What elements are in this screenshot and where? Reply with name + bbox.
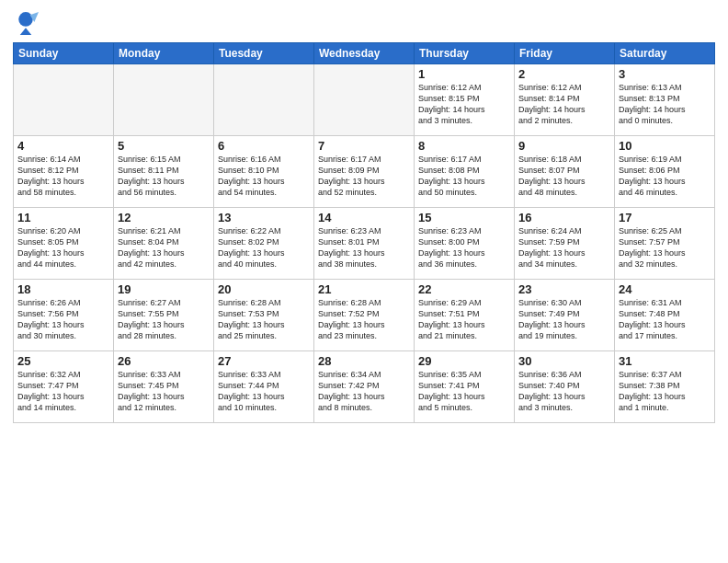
week-row-1: 4Sunrise: 6:14 AM Sunset: 8:12 PM Daylig… [14,136,715,208]
day-cell-29: 29Sunrise: 6:35 AM Sunset: 7:41 PM Dayli… [415,351,515,423]
day-info: Sunrise: 6:33 AM Sunset: 7:45 PM Dayligh… [118,369,210,414]
date-number: 26 [118,354,210,368]
day-cell-24: 24Sunrise: 6:31 AM Sunset: 7:48 PM Dayli… [615,280,715,351]
day-info: Sunrise: 6:28 AM Sunset: 7:52 PM Dayligh… [318,297,410,342]
day-info: Sunrise: 6:12 AM Sunset: 8:14 PM Dayligh… [518,82,610,127]
date-number: 20 [218,282,310,296]
day-cell-2: 2Sunrise: 6:12 AM Sunset: 8:14 PM Daylig… [515,64,615,136]
day-info: Sunrise: 6:16 AM Sunset: 8:10 PM Dayligh… [218,154,310,199]
date-number: 14 [318,211,410,224]
date-number: 30 [518,354,610,368]
date-number: 2 [518,67,610,81]
date-number: 16 [518,211,610,224]
day-info: Sunrise: 6:27 AM Sunset: 7:55 PM Dayligh… [118,297,210,342]
day-info: Sunrise: 6:33 AM Sunset: 7:44 PM Dayligh… [218,369,310,414]
day-cell-26: 26Sunrise: 6:33 AM Sunset: 7:45 PM Dayli… [114,351,214,423]
calendar-header-row: SundayMondayTuesdayWednesdayThursdayFrid… [14,43,715,64]
col-header-saturday: Saturday [615,43,715,64]
date-number: 28 [318,354,410,368]
day-info: Sunrise: 6:19 AM Sunset: 8:06 PM Dayligh… [619,154,711,199]
col-header-wednesday: Wednesday [314,43,415,64]
empty-cell [214,64,314,136]
col-header-sunday: Sunday [14,43,114,64]
day-cell-31: 31Sunrise: 6:37 AM Sunset: 7:38 PM Dayli… [615,351,715,423]
day-info: Sunrise: 6:24 AM Sunset: 7:59 PM Dayligh… [518,225,610,270]
date-number: 8 [418,139,510,153]
date-number: 22 [418,282,510,296]
date-number: 18 [17,282,109,296]
col-header-friday: Friday [515,43,615,64]
day-cell-13: 13Sunrise: 6:22 AM Sunset: 8:02 PM Dayli… [214,208,314,280]
day-info: Sunrise: 6:37 AM Sunset: 7:38 PM Dayligh… [619,369,711,414]
day-info: Sunrise: 6:17 AM Sunset: 8:08 PM Dayligh… [418,154,510,199]
day-info: Sunrise: 6:35 AM Sunset: 7:41 PM Dayligh… [418,369,510,414]
day-cell-21: 21Sunrise: 6:28 AM Sunset: 7:52 PM Dayli… [314,280,415,351]
day-info: Sunrise: 6:23 AM Sunset: 8:01 PM Dayligh… [318,225,410,270]
day-cell-28: 28Sunrise: 6:34 AM Sunset: 7:42 PM Dayli… [314,351,415,423]
date-number: 23 [518,282,610,296]
col-header-monday: Monday [114,43,214,64]
date-number: 19 [118,282,210,296]
day-info: Sunrise: 6:20 AM Sunset: 8:05 PM Dayligh… [17,225,109,270]
day-cell-25: 25Sunrise: 6:32 AM Sunset: 7:47 PM Dayli… [14,351,114,423]
day-info: Sunrise: 6:21 AM Sunset: 8:04 PM Dayligh… [118,225,210,270]
day-info: Sunrise: 6:23 AM Sunset: 8:00 PM Dayligh… [418,225,510,270]
day-cell-18: 18Sunrise: 6:26 AM Sunset: 7:56 PM Dayli… [14,280,114,351]
date-number: 7 [318,139,410,153]
day-info: Sunrise: 6:29 AM Sunset: 7:51 PM Dayligh… [418,297,510,342]
date-number: 21 [318,282,410,296]
date-number: 6 [218,139,310,153]
day-info: Sunrise: 6:18 AM Sunset: 8:07 PM Dayligh… [518,154,610,199]
day-cell-27: 27Sunrise: 6:33 AM Sunset: 7:44 PM Dayli… [214,351,314,423]
date-number: 13 [218,211,310,224]
day-cell-23: 23Sunrise: 6:30 AM Sunset: 7:49 PM Dayli… [515,280,615,351]
day-cell-8: 8Sunrise: 6:17 AM Sunset: 8:08 PM Daylig… [415,136,515,208]
day-cell-7: 7Sunrise: 6:17 AM Sunset: 8:09 PM Daylig… [314,136,415,208]
date-number: 5 [118,139,210,153]
calendar-table: SundayMondayTuesdayWednesdayThursdayFrid… [13,42,715,423]
empty-cell [14,64,114,136]
week-row-3: 18Sunrise: 6:26 AM Sunset: 7:56 PM Dayli… [14,280,715,351]
day-cell-6: 6Sunrise: 6:16 AM Sunset: 8:10 PM Daylig… [214,136,314,208]
day-cell-4: 4Sunrise: 6:14 AM Sunset: 8:12 PM Daylig… [14,136,114,208]
day-info: Sunrise: 6:32 AM Sunset: 7:47 PM Dayligh… [17,369,109,414]
date-number: 12 [118,211,210,224]
day-info: Sunrise: 6:12 AM Sunset: 8:15 PM Dayligh… [418,82,510,127]
day-cell-14: 14Sunrise: 6:23 AM Sunset: 8:01 PM Dayli… [314,208,415,280]
date-number: 4 [17,139,109,153]
day-cell-20: 20Sunrise: 6:28 AM Sunset: 7:53 PM Dayli… [214,280,314,351]
date-number: 3 [619,67,711,81]
day-info: Sunrise: 6:30 AM Sunset: 7:49 PM Dayligh… [518,297,610,342]
svg-marker-1 [20,28,31,35]
empty-cell [114,64,214,136]
page-container: SundayMondayTuesdayWednesdayThursdayFrid… [0,0,728,563]
day-info: Sunrise: 6:34 AM Sunset: 7:42 PM Dayligh… [318,369,410,414]
date-number: 17 [619,211,711,224]
date-number: 11 [17,211,109,224]
day-info: Sunrise: 6:25 AM Sunset: 7:57 PM Dayligh… [619,225,711,270]
day-info: Sunrise: 6:28 AM Sunset: 7:53 PM Dayligh… [218,297,310,342]
day-info: Sunrise: 6:26 AM Sunset: 7:56 PM Dayligh… [17,297,109,342]
day-cell-12: 12Sunrise: 6:21 AM Sunset: 8:04 PM Dayli… [114,208,214,280]
empty-cell [314,64,415,136]
day-cell-9: 9Sunrise: 6:18 AM Sunset: 8:07 PM Daylig… [515,136,615,208]
date-number: 25 [17,354,109,368]
day-info: Sunrise: 6:17 AM Sunset: 8:09 PM Dayligh… [318,154,410,199]
logo-icon [13,9,39,35]
date-number: 15 [418,211,510,224]
date-number: 24 [619,282,711,296]
week-row-4: 25Sunrise: 6:32 AM Sunset: 7:47 PM Dayli… [14,351,715,423]
week-row-2: 11Sunrise: 6:20 AM Sunset: 8:05 PM Dayli… [14,208,715,280]
day-cell-22: 22Sunrise: 6:29 AM Sunset: 7:51 PM Dayli… [415,280,515,351]
page-header [13,9,715,35]
date-number: 1 [418,67,510,81]
day-cell-5: 5Sunrise: 6:15 AM Sunset: 8:11 PM Daylig… [114,136,214,208]
day-info: Sunrise: 6:15 AM Sunset: 8:11 PM Dayligh… [118,154,210,199]
date-number: 27 [218,354,310,368]
date-number: 9 [518,139,610,153]
day-cell-30: 30Sunrise: 6:36 AM Sunset: 7:40 PM Dayli… [515,351,615,423]
date-number: 31 [619,354,711,368]
day-info: Sunrise: 6:14 AM Sunset: 8:12 PM Dayligh… [17,154,109,199]
day-cell-3: 3Sunrise: 6:13 AM Sunset: 8:13 PM Daylig… [615,64,715,136]
day-info: Sunrise: 6:36 AM Sunset: 7:40 PM Dayligh… [518,369,610,414]
